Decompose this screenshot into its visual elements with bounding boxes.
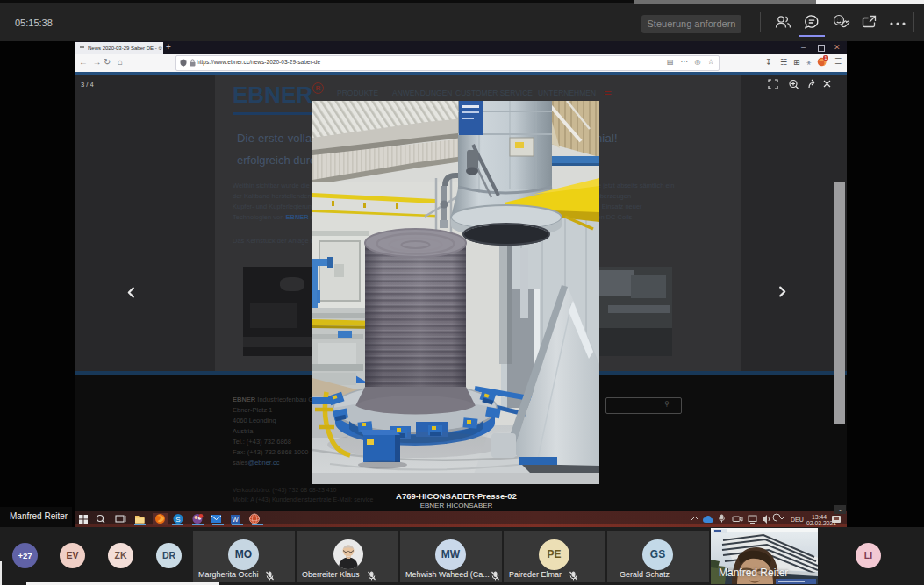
svg-text:DEU: DEU bbox=[791, 517, 804, 523]
svg-text:13:44: 13:44 bbox=[812, 514, 827, 520]
svg-text:W: W bbox=[232, 516, 239, 524]
svg-text:S: S bbox=[175, 516, 180, 524]
